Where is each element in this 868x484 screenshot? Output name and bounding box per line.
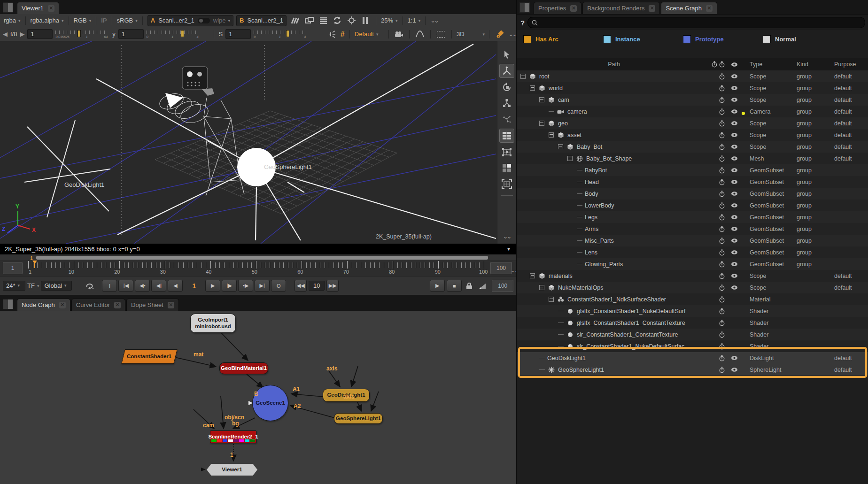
node-ScanlineRender2_1[interactable]: ScanlineRender2_1 bbox=[210, 430, 256, 443]
animation-clock-icon[interactable] bbox=[719, 155, 731, 162]
timecode-select[interactable]: TF▾ bbox=[27, 282, 39, 289]
collapse-tools-icon[interactable]: ⌄⌄ bbox=[503, 233, 511, 240]
prev-aperture-icon[interactable]: ◀ bbox=[3, 31, 8, 38]
translate-tool-icon[interactable] bbox=[499, 64, 514, 78]
stop-render-icon[interactable]: ■ bbox=[447, 280, 462, 292]
expander-icon[interactable] bbox=[539, 97, 544, 102]
column-kind[interactable]: Kind bbox=[797, 61, 834, 68]
animation-clock-icon[interactable] bbox=[719, 355, 731, 361]
view-dimension-select[interactable]: 3D▾ bbox=[457, 31, 485, 38]
animation-clock-icon[interactable] bbox=[719, 320, 731, 326]
expander-icon[interactable] bbox=[530, 273, 535, 278]
skip-forward-button[interactable]: ▶▶ bbox=[326, 280, 339, 292]
visibility-eye-icon[interactable] bbox=[731, 121, 744, 126]
align-tool-icon[interactable] bbox=[499, 129, 514, 143]
tab-dope-sheet[interactable]: Dope Sheet✕ bbox=[126, 299, 179, 311]
animation-clock-icon[interactable] bbox=[719, 85, 731, 92]
visibility-eye-icon[interactable] bbox=[731, 238, 744, 243]
animation-clock-icon[interactable] bbox=[719, 214, 731, 221]
visibility-eye-icon[interactable] bbox=[731, 168, 744, 173]
gamma-input[interactable]: 1 bbox=[118, 29, 144, 39]
refresh-icon[interactable] bbox=[332, 16, 343, 25]
visibility-eye-icon[interactable] bbox=[731, 156, 744, 161]
scene-graph-row-slr_ConstantShader1_NukeDefaultSurfac[interactable]: slr_ConstantShader1_NukeDefaultSurfacSha… bbox=[517, 340, 868, 352]
ratio-select[interactable]: 1:1▾ bbox=[408, 17, 421, 24]
scene-graph-row-glslfx_ConstantShader1_NukeDefaultSurf[interactable]: glslfx_ConstantShader1_NukeDefaultSurfSh… bbox=[517, 305, 868, 317]
close-icon[interactable]: ✕ bbox=[570, 5, 577, 12]
node-ConstantShader1[interactable]: ConstantShader1 bbox=[121, 349, 178, 364]
animation-clock-icon[interactable] bbox=[719, 273, 731, 279]
transport-back-button-1[interactable]: |◀ bbox=[118, 280, 133, 292]
format-dropdown-icon[interactable]: ▼ bbox=[506, 246, 511, 252]
tab-background-renders[interactable]: Background Renders✕ bbox=[582, 2, 660, 14]
animation-clock-icon[interactable] bbox=[719, 108, 731, 115]
tab-curve-editor[interactable]: Curve Editor✕ bbox=[71, 299, 125, 311]
scene-graph-row-GeoSphereLight1[interactable]: GeoSphereLight1SphereLightdefault bbox=[517, 364, 868, 376]
animation-clock-icon[interactable] bbox=[719, 261, 731, 268]
expander-icon[interactable] bbox=[539, 121, 544, 126]
channel-select[interactable]: RGB▾ bbox=[74, 17, 92, 24]
stack-mode-icon[interactable] bbox=[318, 16, 329, 25]
node-GeoImport1[interactable]: GeoImport1minirobot.usd bbox=[190, 314, 236, 333]
lens-curve-icon[interactable] bbox=[414, 30, 426, 39]
scene-graph-row-asset[interactable]: assetScopegroupdefault bbox=[517, 129, 868, 141]
animation-clock-icon[interactable] bbox=[719, 97, 731, 103]
transport-back-button-0[interactable]: I bbox=[102, 280, 117, 292]
visibility-eye-icon[interactable] bbox=[731, 203, 744, 208]
animation-clock-icon[interactable] bbox=[719, 226, 731, 232]
scene-graph-row-root[interactable]: rootScopegroupdefault bbox=[517, 70, 868, 82]
node-Viewer1[interactable]: Viewer1 bbox=[207, 464, 257, 476]
grid-toggle[interactable]: # bbox=[341, 30, 345, 38]
saturation-slider[interactable]: 014 bbox=[254, 30, 306, 39]
expander-icon[interactable] bbox=[539, 285, 544, 290]
scene-graph-row-geo[interactable]: geoScopegroupdefault bbox=[517, 117, 868, 129]
marquee-select-icon[interactable] bbox=[435, 30, 447, 39]
scene-graph-row-GeoDiskLight1[interactable]: GeoDiskLight1DiskLightdefault bbox=[517, 352, 868, 364]
aperture-label[interactable]: f/8 bbox=[10, 31, 17, 38]
close-icon[interactable]: ✕ bbox=[48, 5, 54, 12]
timeline-scrollbar[interactable] bbox=[36, 256, 488, 260]
panel-menu-icon[interactable] bbox=[3, 2, 13, 13]
zoom-select[interactable]: 25%▾ bbox=[381, 17, 398, 24]
gamma-slider[interactable]: 014 bbox=[147, 30, 199, 39]
range-end-box[interactable]: 100 bbox=[492, 280, 513, 292]
transport-back-button-4[interactable]: ◀ bbox=[168, 280, 183, 292]
transport-fwd-button-4[interactable]: O bbox=[271, 280, 286, 292]
visibility-eye-icon[interactable] bbox=[731, 285, 744, 290]
roi-icon[interactable] bbox=[346, 16, 357, 25]
headlamp-icon[interactable] bbox=[326, 30, 338, 39]
ramp-icon[interactable] bbox=[477, 281, 488, 291]
animation-clock-icon[interactable] bbox=[719, 343, 731, 350]
scene-graph-row-NukeMaterialOps[interactable]: NukeMaterialOpsScopedefault bbox=[517, 282, 868, 293]
animation-clock-icon[interactable] bbox=[719, 367, 731, 373]
scene-graph-row-BabyBot[interactable]: BabyBotGeomSubsetgroup bbox=[517, 164, 868, 176]
current-frame-display[interactable]: 1 bbox=[192, 282, 196, 290]
transport-fwd-button-3[interactable]: ▶| bbox=[255, 280, 270, 292]
visibility-eye-icon[interactable] bbox=[731, 85, 744, 91]
split-view-icon[interactable] bbox=[500, 161, 514, 175]
visibility-eye-icon[interactable] bbox=[731, 367, 744, 372]
scene-graph-row-cam[interactable]: camScopegroupdefault bbox=[517, 94, 868, 106]
lut-select[interactable]: sRGB▾ bbox=[117, 17, 138, 24]
saturation-input[interactable]: 1 bbox=[225, 29, 251, 39]
legend-instance[interactable]: Instance bbox=[603, 35, 678, 43]
panel-menu-icon[interactable] bbox=[3, 299, 13, 309]
animation-clock-icon[interactable] bbox=[719, 179, 731, 185]
scene-graph-row-materials[interactable]: materialsScopedefault bbox=[517, 270, 868, 282]
fps-select[interactable]: 24*▾ bbox=[3, 281, 25, 291]
scene-graph-row-Baby_Bot[interactable]: Baby_BotScopegroupdefault bbox=[517, 141, 868, 153]
close-icon[interactable]: ✕ bbox=[168, 302, 174, 308]
skip-back-button[interactable]: ◀◀ bbox=[294, 280, 307, 292]
visibility-eye-icon[interactable] bbox=[731, 273, 744, 278]
help-icon[interactable]: ? bbox=[520, 19, 525, 27]
frame-view-icon[interactable] bbox=[500, 177, 514, 191]
input-a-button[interactable]: A bbox=[151, 17, 155, 24]
lock-range-icon[interactable] bbox=[464, 281, 475, 291]
layer-select[interactable]: rgba▾ bbox=[4, 17, 21, 24]
scene-graph-row-Arms[interactable]: ArmsGeomSubsetgroup bbox=[517, 223, 868, 235]
animation-clock-icon[interactable] bbox=[719, 296, 731, 303]
input-process-button[interactable]: IP bbox=[101, 17, 107, 24]
timeline-out-box[interactable]: 100 bbox=[490, 262, 512, 274]
visibility-eye-icon[interactable] bbox=[731, 226, 744, 231]
node-GeoSphereLight1[interactable]: GeoSphereLight1 bbox=[334, 413, 383, 424]
